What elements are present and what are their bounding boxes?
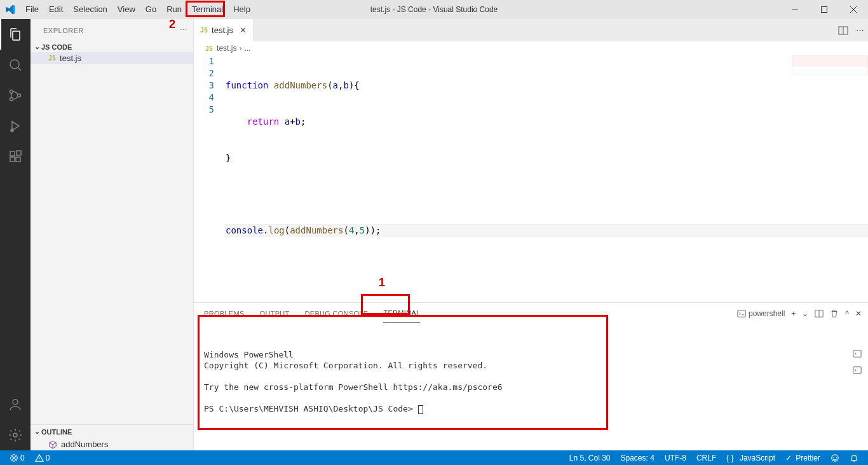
status-encoding[interactable]: UTF-8: [661, 454, 689, 462]
minimap[interactable]: [792, 55, 868, 74]
explorer-header: EXPLORER ⋯: [31, 19, 193, 41]
shell-selector[interactable]: powershell: [737, 309, 785, 318]
panel-tab-terminal[interactable]: TERMINAL: [383, 304, 420, 323]
svg-rect-9: [16, 157, 20, 162]
editor-tabs: JS test.js ✕ ⋯: [194, 19, 868, 41]
line-number: 1: [194, 55, 214, 67]
outline-title: OUTLINE: [41, 428, 72, 436]
svg-rect-0: [792, 10, 798, 10]
settings-gear-icon[interactable]: [0, 420, 31, 450]
status-indent[interactable]: Spaces: 4: [618, 454, 658, 462]
svg-point-6: [11, 129, 13, 132]
svg-point-2: [10, 60, 19, 69]
svg-rect-19: [853, 367, 861, 374]
folder-header[interactable]: ⌄ JS CODE: [31, 41, 193, 52]
outline-header[interactable]: ⌄ OUTLINE: [31, 424, 193, 438]
title-bar: File Edit Selection View Go Run Terminal…: [0, 0, 868, 19]
terminal-dropdown-icon[interactable]: ⌄: [802, 309, 808, 318]
menu-bar: File Edit Selection View Go Run Terminal…: [20, 0, 255, 19]
menu-edit[interactable]: Edit: [44, 0, 68, 19]
panel-tab-output[interactable]: OUTPUT: [260, 305, 290, 323]
line-gutter: 1 2 3 4 5: [194, 55, 226, 302]
js-file-icon: JS: [48, 55, 56, 62]
close-tab-icon[interactable]: ✕: [240, 25, 247, 35]
breadcrumb-sep: ›: [239, 44, 241, 53]
status-warnings[interactable]: 0: [32, 454, 53, 462]
status-errors[interactable]: 0: [6, 454, 28, 462]
activity-bar: [0, 19, 31, 450]
tab-test-js[interactable]: JS test.js ✕: [194, 19, 254, 41]
svg-rect-18: [853, 350, 861, 357]
chevron-down-icon: ⌄: [34, 43, 40, 51]
svg-point-12: [13, 433, 17, 437]
file-name: test.js: [60, 53, 81, 63]
terminal-instance-icon[interactable]: [853, 366, 862, 375]
menu-run[interactable]: Run: [161, 0, 187, 19]
svg-rect-8: [10, 157, 15, 162]
method-icon: [48, 440, 57, 449]
extensions-icon[interactable]: [0, 141, 31, 172]
more-actions-icon[interactable]: ⋯: [856, 25, 864, 35]
terminal-instance-icon[interactable]: [853, 349, 862, 358]
panel-tab-problems[interactable]: PROBLEMS: [204, 305, 245, 323]
panel-tab-debug-console[interactable]: DEBUG CONSOLE: [305, 305, 369, 323]
split-terminal-icon[interactable]: [815, 309, 824, 318]
run-debug-icon[interactable]: [0, 111, 31, 141]
menu-selection[interactable]: Selection: [68, 0, 112, 19]
outline-item-addnumbers[interactable]: addNumbers: [31, 438, 193, 450]
line-number: 5: [194, 104, 214, 116]
panel-tabs: PROBLEMS OUTPUT DEBUG CONSOLE TERMINAL p…: [194, 303, 868, 324]
search-icon[interactable]: [0, 50, 31, 80]
js-file-icon: JS: [200, 27, 208, 34]
line-number: 2: [194, 67, 214, 80]
status-feedback-icon[interactable]: [827, 454, 843, 462]
svg-rect-7: [10, 151, 15, 156]
kill-terminal-icon[interactable]: [830, 309, 839, 318]
window-controls: [780, 0, 868, 19]
explorer-title: EXPLORER: [43, 27, 84, 34]
status-bell-icon[interactable]: [846, 454, 862, 462]
explorer-more-icon[interactable]: ⋯: [180, 26, 187, 34]
folder-name: JS CODE: [41, 43, 72, 51]
svg-rect-1: [822, 7, 827, 13]
close-button[interactable]: [839, 0, 868, 19]
vscode-logo-icon: [5, 4, 15, 15]
status-prettier[interactable]: ✓ Prettier: [782, 454, 824, 462]
breadcrumb[interactable]: JS test.js › ...: [194, 41, 868, 55]
menu-help[interactable]: Help: [228, 0, 255, 19]
menu-file[interactable]: File: [20, 0, 44, 19]
menu-go[interactable]: Go: [140, 0, 161, 19]
outline-item-label: addNumbers: [61, 440, 108, 449]
minimize-button[interactable]: [780, 0, 810, 19]
status-language[interactable]: { } JavaScript: [723, 454, 778, 462]
menu-view[interactable]: View: [112, 0, 140, 19]
explorer-icon[interactable]: [0, 19, 31, 50]
account-icon[interactable]: [0, 389, 31, 420]
status-eol[interactable]: CRLF: [693, 454, 719, 462]
svg-rect-10: [17, 151, 21, 155]
svg-point-3: [10, 90, 13, 94]
maximize-button[interactable]: [810, 0, 839, 19]
close-panel-icon[interactable]: ✕: [855, 309, 862, 318]
breadcrumb-file: test.js: [217, 44, 236, 53]
maximize-panel-icon[interactable]: ^: [845, 309, 849, 318]
source-control-icon[interactable]: [0, 80, 31, 111]
status-cursor-pos[interactable]: Ln 5, Col 30: [566, 454, 614, 462]
code-editor[interactable]: 1 2 3 4 5 function addNumbers(a,b){ retu…: [194, 55, 868, 302]
js-file-icon: JS: [205, 45, 213, 52]
terminal-cursor: [418, 405, 423, 414]
tab-label: test.js: [212, 25, 233, 35]
svg-point-11: [13, 399, 18, 405]
status-bar: 0 0 Ln 5, Col 30 Spaces: 4 UTF-8 CRLF { …: [0, 450, 868, 465]
bottom-panel: PROBLEMS OUTPUT DEBUG CONSOLE TERMINAL p…: [194, 302, 868, 450]
menu-terminal[interactable]: Terminal: [187, 0, 228, 19]
file-item-test-js[interactable]: JS test.js: [31, 52, 193, 64]
line-number: 3: [194, 80, 214, 92]
svg-point-5: [18, 94, 21, 97]
terminal[interactable]: Windows PowerShell Copyright (C) Microso…: [194, 324, 868, 450]
split-editor-icon[interactable]: [838, 25, 848, 36]
svg-rect-15: [738, 310, 745, 317]
new-terminal-icon[interactable]: +: [791, 309, 796, 318]
window-title: test.js - JS Code - Visual Studio Code: [370, 5, 498, 14]
code-body[interactable]: function addNumbers(a,b){ return a+b; } …: [226, 55, 868, 302]
